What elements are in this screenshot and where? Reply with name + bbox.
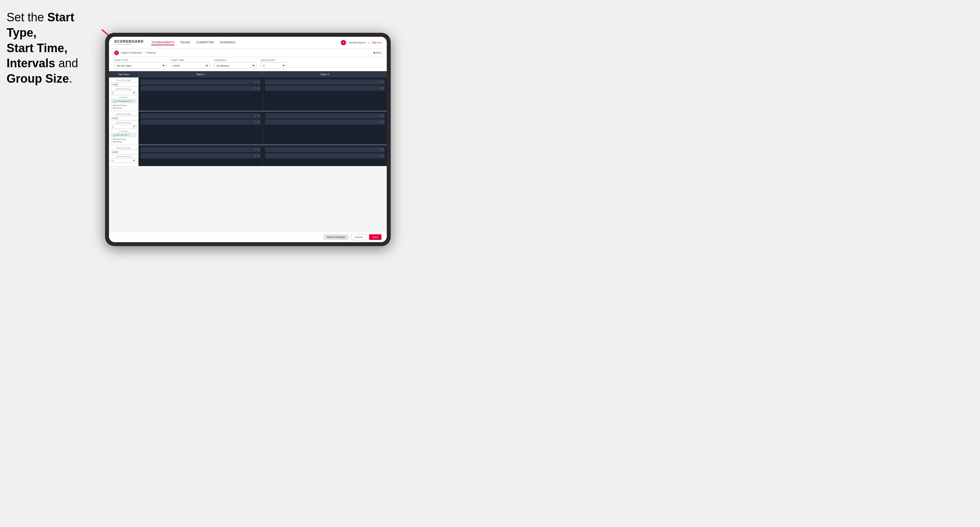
slot-settings[interactable]: ⚙ <box>382 87 383 90</box>
slot-settings[interactable]: ⚙ <box>382 114 383 117</box>
start-time-label: Start Time <box>171 59 210 61</box>
nav-teams[interactable]: TEAMS <box>180 40 191 45</box>
table-content[interactable]: STARTING TIME: 🕐 STARTING HOLE: 12 COURS… <box>109 78 387 232</box>
slot-actions: ✕ ⚙ <box>255 87 259 90</box>
breadcrumb-bar: C Clippd Invitational › Hosting Back <box>109 49 387 57</box>
group-size-group: Group Size 3 4 2 <box>261 59 287 69</box>
group-actions-1: ○ Remove Group + Add Group <box>111 104 136 109</box>
save-button[interactable]: Save <box>369 234 382 240</box>
breadcrumb-tournament[interactable]: Clippd Invitational <box>121 51 142 54</box>
nav-tournaments[interactable]: TOURNAMENTS <box>151 40 174 45</box>
starting-time-input-1[interactable] <box>111 82 143 87</box>
slot-x[interactable]: ✕ <box>255 87 256 90</box>
slot-actions: ✕ ⚙ <box>379 81 383 83</box>
player-slot-5-2: ✕ ⚙ <box>140 153 261 159</box>
slot-x[interactable]: ✕ <box>379 148 380 151</box>
intervals-group: Intervals 10 Minutes 8 Minutes 12 Minute… <box>214 59 257 69</box>
starting-time-input-3[interactable] <box>111 150 143 154</box>
add-group-link-1[interactable]: + Add Group <box>111 107 136 109</box>
group-size-select[interactable]: 3 4 2 <box>261 62 287 69</box>
player-slot-2-2: ✕ ⚙ <box>265 86 385 91</box>
nav-committee[interactable]: COMMITTEE <box>196 40 214 45</box>
slot-actions: ✕ ⚙ <box>255 114 259 117</box>
reset-button[interactable]: Reset Changes <box>324 234 348 240</box>
back-button[interactable]: Back <box>373 51 382 54</box>
start-time-select[interactable]: 10:00 <box>171 62 210 69</box>
navbar: SCOREBOARD Powered by clipp.io TOURNAMEN… <box>109 37 387 49</box>
course-name-1: (A) Peachtree GC <box>116 100 131 102</box>
starting-hole-select-3[interactable]: 12 <box>111 158 136 163</box>
nav-rankings[interactable]: RANKINGS <box>220 40 235 45</box>
time-input-row-2: 🕐 <box>111 116 136 121</box>
course-label-1: COURSE: <box>111 97 136 98</box>
starting-hole-select-2[interactable]: 12 <box>111 124 136 129</box>
slot-actions: ✕ ⚙ <box>255 154 259 157</box>
course-label-2: COURSE: <box>111 130 136 132</box>
player-slot-6-2: ✕ ⚙ <box>265 153 385 159</box>
slot-x[interactable]: ✕ <box>379 114 380 117</box>
add-group-link-2[interactable]: + Add Group <box>111 141 136 143</box>
starting-time-label-1: STARTING TIME: <box>111 79 136 81</box>
intervals-select[interactable]: 10 Minutes 8 Minutes 12 Minutes <box>214 62 257 69</box>
controls-row: Start Type 1st Tee Start Shotgun Start S… <box>109 57 387 71</box>
slot-x[interactable]: ✕ <box>379 87 380 90</box>
cancel-button[interactable]: Cancel <box>351 234 366 240</box>
player-slot-1-1: ✕ ⚙ <box>140 79 261 85</box>
slot-settings[interactable]: ⚙ <box>382 121 383 123</box>
course-tag-icon-2: ⛳ <box>113 134 115 136</box>
course-tag-icon-1: ⛳ <box>113 100 115 102</box>
slot-settings[interactable]: ⚙ <box>258 121 259 123</box>
time-input-row-1: 🕐 <box>111 82 136 87</box>
slot-settings[interactable]: ⚙ <box>258 148 259 151</box>
remove-icon-1: ○ <box>111 104 112 106</box>
sign-out-link[interactable]: Sign out <box>372 41 382 44</box>
th-team2: Team 2 <box>262 71 387 78</box>
start-type-group: Start Type 1st Tee Start Shotgun Start <box>114 59 167 69</box>
nav-links: TOURNAMENTS TEAMS COMMITTEE RANKINGS <box>151 40 235 45</box>
slot-x[interactable]: ✕ <box>379 154 380 157</box>
footer-bar: Reset Changes Cancel Save <box>109 232 387 242</box>
slot-x[interactable]: ✕ <box>379 81 380 83</box>
slot-actions: ✕ ⚙ <box>255 148 259 151</box>
starting-time-input-2[interactable] <box>111 116 143 121</box>
table-header: Tee Time Team 1 Team 2 <box>109 71 387 78</box>
team2-col-3: ✕ ⚙ ✕ ⚙ <box>262 145 387 166</box>
group-size-label: Group Size <box>261 59 287 61</box>
course-tag-1: ⛳ (A) Peachtree GC ✕ <box>111 99 136 103</box>
slot-x[interactable]: ✕ <box>255 148 256 151</box>
navbar-left: SCOREBOARD Powered by clipp.io TOURNAMEN… <box>114 40 235 45</box>
group-row-3: STARTING TIME: 🕐 STARTING HOLE: 12 ✕ ⚙ <box>109 145 387 167</box>
start-time-group: Start Time 10:00 <box>171 59 210 69</box>
player-slot-4-2: ✕ ⚙ <box>265 119 385 125</box>
logo-sub: Powered by clipp.io <box>114 43 143 45</box>
slot-actions: ✕ ⚙ <box>255 121 259 123</box>
slot-settings[interactable]: ⚙ <box>258 81 259 83</box>
group-row: STARTING TIME: 🕐 STARTING HOLE: 12 COURS… <box>109 78 387 111</box>
slot-x[interactable]: ✕ <box>255 121 256 123</box>
slot-settings[interactable]: ⚙ <box>258 87 259 90</box>
group-actions-2: ○ Remove Group + Add Group <box>111 138 136 143</box>
course-remove-2[interactable]: ✕ <box>128 133 130 136</box>
slot-settings[interactable]: ⚙ <box>382 154 383 157</box>
slot-x[interactable]: ✕ <box>379 121 380 123</box>
start-type-label: Start Type <box>114 59 167 61</box>
slot-settings[interactable]: ⚙ <box>258 114 259 117</box>
tablet-frame: SCOREBOARD Powered by clipp.io TOURNAMEN… <box>105 33 391 246</box>
remove-group-link-2[interactable]: ○ Remove Group <box>111 138 136 140</box>
starting-hole-select-1[interactable]: 12 <box>111 90 136 95</box>
slot-settings[interactable]: ⚙ <box>382 81 383 83</box>
remove-icon-2: ○ <box>111 138 112 140</box>
slot-settings[interactable]: ⚙ <box>382 148 383 151</box>
start-type-select[interactable]: 1st Tee Start Shotgun Start <box>114 62 167 69</box>
slot-settings[interactable]: ⚙ <box>258 154 259 157</box>
group-left-1: STARTING TIME: 🕐 STARTING HOLE: 12 COURS… <box>109 78 138 111</box>
group-left-3: STARTING TIME: 🕐 STARTING HOLE: 12 <box>109 145 138 166</box>
slot-actions: ✕ ⚙ <box>379 87 383 90</box>
slot-actions: ✕ ⚙ <box>379 121 383 123</box>
course-remove-1[interactable]: ✕ <box>132 100 134 102</box>
course-tag-2: ⛳ East Lake GC ✕ <box>111 133 136 137</box>
slot-x[interactable]: ✕ <box>255 114 256 117</box>
slot-x[interactable]: ✕ <box>255 81 256 83</box>
remove-group-link-1[interactable]: ○ Remove Group <box>111 104 136 106</box>
slot-x[interactable]: ✕ <box>255 154 256 157</box>
